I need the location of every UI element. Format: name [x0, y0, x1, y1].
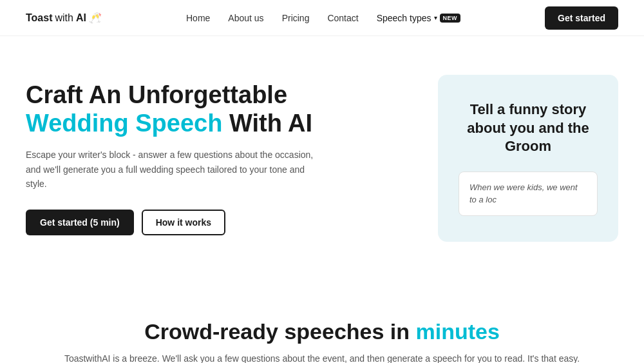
- features-section: Crowd-ready speeches in minutes Toastwit…: [0, 280, 644, 363]
- hero-section: Craft An Unforgettable Wedding Speech Wi…: [0, 36, 644, 280]
- chevron-down-icon: ▾: [434, 14, 437, 21]
- navbar: ToastwithAI 🥂 Home About us Pricing Cont…: [0, 0, 644, 36]
- hero-description: Escape your writer's block - answer a fe…: [26, 148, 322, 191]
- get-started-nav-button[interactable]: Get started: [545, 6, 618, 30]
- nav-pricing[interactable]: Pricing: [282, 13, 310, 23]
- logo-ai: AI: [76, 12, 86, 24]
- nav-about[interactable]: About us: [228, 13, 263, 23]
- speech-types-label: Speech types: [377, 13, 431, 23]
- features-headline-text: Crowd-ready speeches in: [144, 319, 415, 344]
- hero-buttons: Get started (5 min) How it works: [26, 210, 322, 235]
- hero-headline-accent: Wedding Speech: [26, 110, 222, 137]
- logo-toast: Toast: [26, 12, 52, 24]
- features-headline-accent: minutes: [416, 319, 500, 344]
- features-subtitle: ToastwithAI is a breeze. We'll ask you a…: [26, 353, 618, 363]
- hero-card-input[interactable]: When we were kids, we went to a loc: [459, 172, 598, 216]
- features-headline: Crowd-ready speeches in minutes: [26, 319, 618, 344]
- nav-links: Home About us Pricing Contact Speech typ…: [186, 13, 460, 23]
- hero-headline-part2: With AI: [229, 110, 312, 137]
- logo-emoji: 🥂: [89, 12, 102, 24]
- nav-speech-types[interactable]: Speech types ▾ NEW: [377, 13, 460, 23]
- logo-with: with: [55, 12, 73, 24]
- hero-card: Tell a funny story about you and the Gro…: [438, 75, 618, 242]
- logo: ToastwithAI 🥂: [26, 12, 102, 24]
- hero-headline-part1: Craft An Unforgettable: [26, 81, 287, 108]
- nav-home[interactable]: Home: [186, 13, 210, 23]
- hero-card-title: Tell a funny story about you and the Gro…: [459, 101, 598, 156]
- hero-left: Craft An Unforgettable Wedding Speech Wi…: [26, 81, 322, 235]
- hero-headline: Craft An Unforgettable Wedding Speech Wi…: [26, 81, 322, 137]
- new-badge: NEW: [440, 14, 461, 23]
- get-started-hero-button[interactable]: Get started (5 min): [26, 210, 134, 235]
- nav-contact[interactable]: Contact: [327, 13, 358, 23]
- how-it-works-button[interactable]: How it works: [142, 210, 225, 235]
